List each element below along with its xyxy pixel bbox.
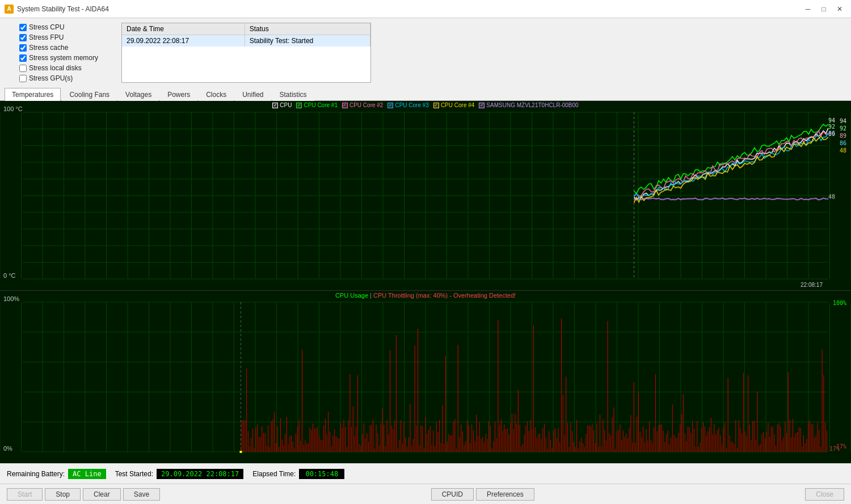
tab-statistics[interactable]: Statistics: [272, 88, 314, 101]
status-datetime: 29.09.2022 22:08:17: [122, 35, 245, 47]
stress-fpu-label: Stress FPU: [29, 33, 64, 41]
stress-fpu-icon: [7, 33, 17, 41]
status-table-wrap: Date & Time Status 29.09.2022 22:08:17St…: [121, 23, 371, 83]
temperature-chart-container: ✓CPU✓CPU Core #1✓CPU Core #2✓CPU Core #3…: [0, 101, 851, 291]
cpu-ylabel-top: 100%: [3, 295, 19, 302]
temp-xlabel: 22:08:17: [801, 282, 823, 288]
app-icon: A: [5, 5, 14, 14]
start-button[interactable]: Start: [7, 488, 43, 501]
remaining-battery-value: AC Line: [68, 469, 106, 479]
stress-disks-label: Stress local disks: [29, 64, 82, 72]
cpu-canvas: [0, 291, 851, 463]
stress-memory-icon: [7, 54, 17, 62]
maximize-button[interactable]: □: [817, 3, 831, 15]
stress-memory-checkbox[interactable]: [19, 54, 27, 62]
stress-cache-checkbox[interactable]: [19, 44, 27, 52]
stress-cpu-checkbox[interactable]: [19, 24, 27, 31]
stop-button[interactable]: Stop: [45, 488, 81, 501]
tab-voltages[interactable]: Voltages: [118, 88, 159, 101]
col-header-datetime: Date & Time: [122, 23, 245, 35]
stress-disks-icon: [7, 64, 17, 72]
cpu-ylabel-bottom: 0%: [3, 445, 12, 452]
top-section: Stress CPUStress FPUStress cacheStress s…: [0, 18, 851, 87]
tab-temperatures[interactable]: Temperatures: [5, 88, 61, 101]
charts-area: ✓CPU✓CPU Core #1✓CPU Core #2✓CPU Core #3…: [0, 101, 851, 463]
checkbox-item-stress-cache: Stress cache: [7, 43, 115, 52]
checkbox-item-stress-memory: Stress system memory: [7, 53, 115, 62]
checkbox-item-stress-cpu: Stress CPU: [7, 23, 115, 32]
window-title: System Stability Test - AIDA64: [17, 5, 801, 13]
bottom-status-bar: Remaining Battery: AC Line Test Started:…: [0, 463, 851, 484]
tabs-container: TemperaturesCooling FansVoltagesPowersCl…: [5, 87, 315, 100]
preferences-button[interactable]: Preferences: [476, 488, 534, 501]
tabs-row: TemperaturesCooling FansVoltagesPowersCl…: [0, 87, 851, 101]
stress-options-panel: Stress CPUStress FPUStress cacheStress s…: [7, 23, 115, 83]
stress-cpu-icon: [7, 23, 17, 31]
cpuid-button[interactable]: CPUID: [431, 488, 474, 501]
tab-powers[interactable]: Powers: [160, 88, 197, 101]
close-window-button[interactable]: ✕: [833, 3, 846, 15]
tab-clocks[interactable]: Clocks: [199, 88, 234, 101]
elapsed-time-label: Elapsed Time:: [252, 470, 296, 478]
col-header-status: Status: [245, 23, 370, 35]
main-content: Stress CPUStress FPUStress cacheStress s…: [0, 18, 851, 504]
stress-gpu-icon: [7, 74, 17, 82]
save-button[interactable]: Save: [123, 488, 160, 501]
stress-disks-checkbox[interactable]: [19, 65, 27, 72]
cpu-usage-chart-container: CPU Usage | CPU Throttling (max: 40%) - …: [0, 291, 851, 463]
elapsed-time-item: Elapsed Time: 00:15:48: [252, 469, 344, 479]
test-started-item: Test Started: 29.09.2022 22:08:17: [115, 469, 244, 479]
stress-cache-icon: [7, 44, 17, 52]
clear-button[interactable]: Clear: [83, 488, 121, 501]
temp-ylabel-top: 100 °C: [3, 105, 23, 112]
status-table-row: 29.09.2022 22:08:17Stability Test: Start…: [122, 35, 370, 47]
checkbox-item-stress-disks: Stress local disks: [7, 63, 115, 73]
cpu-value-bottom: 17%: [836, 443, 846, 450]
button-bar: Start Stop Clear Save CPUID Preferences …: [0, 484, 851, 504]
remaining-battery-item: Remaining Battery: AC Line: [7, 469, 106, 479]
stress-gpu-checkbox[interactable]: [19, 75, 27, 82]
tab-unified[interactable]: Unified: [235, 88, 271, 101]
remaining-battery-label: Remaining Battery:: [7, 470, 65, 478]
checkbox-item-stress-gpu: Stress GPU(s): [7, 74, 115, 83]
elapsed-time-value: 00:15:48: [299, 469, 344, 479]
minimize-button[interactable]: ─: [801, 3, 815, 15]
stress-fpu-checkbox[interactable]: [19, 34, 27, 41]
test-started-value: 29.09.2022 22:08:17: [157, 469, 243, 479]
stress-cache-label: Stress cache: [29, 44, 68, 52]
window-controls: ─ □ ✕: [801, 3, 846, 15]
status-table: Date & Time Status 29.09.2022 22:08:17St…: [122, 23, 370, 46]
stress-memory-label: Stress system memory: [29, 54, 98, 62]
tab-cooling-fans[interactable]: Cooling Fans: [62, 88, 117, 101]
temperature-canvas: [0, 101, 851, 290]
checkbox-item-stress-fpu: Stress FPU: [7, 33, 115, 42]
stress-gpu-label: Stress GPU(s): [29, 74, 73, 82]
stress-cpu-label: Stress CPU: [29, 23, 65, 31]
status-text: Stability Test: Started: [245, 35, 370, 47]
test-started-label: Test Started:: [115, 470, 153, 478]
titlebar: A System Stability Test - AIDA64 ─ □ ✕: [0, 0, 851, 18]
temp-ylabel-bottom: 0 °C: [3, 272, 16, 279]
cpu-value-top: 100%: [833, 300, 846, 306]
close-button[interactable]: Close: [805, 488, 844, 501]
